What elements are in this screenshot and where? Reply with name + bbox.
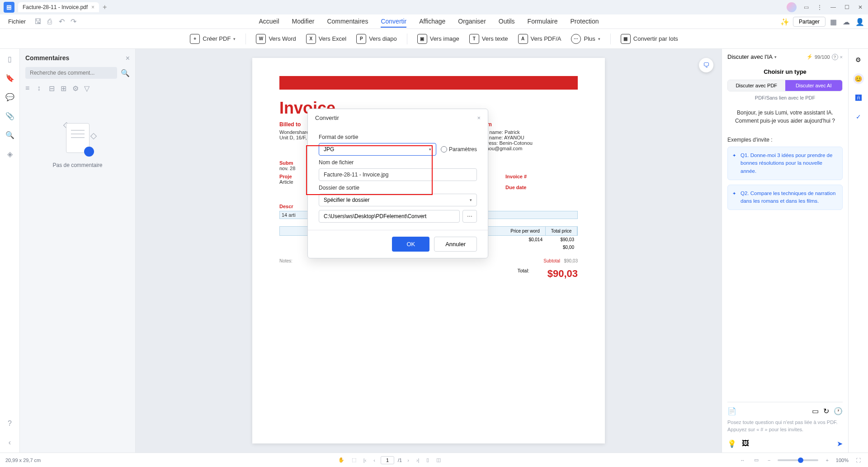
format-select[interactable]: JPG ▾ [319,143,436,156]
tab-commentaires[interactable]: Commentaires [327,16,368,28]
example-prompt-1[interactable]: Q1. Donne-moi 3 idées pour prendre de bo… [727,147,843,180]
last-page-icon[interactable]: ›| [415,457,421,464]
tab-formulaire[interactable]: Formulaire [528,16,558,28]
comment-search-input[interactable] [25,67,117,79]
folder-select[interactable]: Spécifier le dossier ▾ [319,194,477,206]
more-button[interactable]: ⋯ Plus ▾ [571,34,600,44]
redo-icon[interactable]: ↷ [69,18,77,26]
search-icon[interactable]: 🔍 [5,130,14,139]
tab-affichage[interactable]: Affichage [419,16,445,28]
close-dialog-icon[interactable]: × [477,114,481,121]
ai-float-button[interactable]: 🗨 [699,58,713,72]
undo-icon[interactable]: ↶ [57,18,66,26]
first-page-icon[interactable]: |‹ [362,457,368,464]
filter-icon[interactable]: ▽ [84,84,91,91]
zoom-in-icon[interactable]: + [824,457,830,464]
tab-accueil[interactable]: Accueil [259,16,279,28]
cancel-button[interactable]: Annuler [434,237,477,252]
cloud-icon[interactable]: ☁ [843,18,851,26]
magic-icon[interactable]: ✨ [780,18,788,26]
to-ppt-button[interactable]: P Vers diapo [356,34,396,44]
maximize-icon[interactable]: ☐ [843,3,851,11]
history-icon[interactable]: ↻ [823,407,829,415]
translate-icon[interactable]: 🅰 [853,92,864,103]
feedback-icon[interactable]: ▭ [802,3,810,11]
clock-icon[interactable]: 🕐 [834,407,843,415]
close-panel-icon[interactable]: × [126,54,130,62]
image-attach-icon[interactable]: 🖼 [742,439,749,448]
folder-path-input[interactable] [319,210,460,223]
sort-icon[interactable]: ↕ [37,84,44,91]
next-page-icon[interactable]: › [406,457,411,464]
filename-input[interactable] [319,168,477,181]
batch-convert-button[interactable]: ▦ Convertir par lots [621,34,678,44]
share-button[interactable]: Partager [793,17,826,27]
fit-width-icon[interactable]: ↔ [738,457,747,464]
collapse-left-icon[interactable]: ‹ [5,438,14,447]
to-excel-button[interactable]: X Vers Excel [306,34,346,44]
close-tab-icon[interactable]: × [91,4,94,10]
params-button[interactable]: Paramètres [441,146,477,152]
check-icon[interactable]: ✓ [853,111,864,122]
ok-button[interactable]: OK [392,237,429,252]
info-icon[interactable]: ? [832,54,838,60]
to-pdfa-button[interactable]: A Vers PDF/A [518,34,561,44]
dialog-title: Convertir [315,114,339,121]
tab-outils[interactable]: Outils [499,16,515,28]
continuous-icon[interactable]: ◫ [434,456,443,464]
ai-doc-icon[interactable]: 📄 [727,407,736,415]
page-number-input[interactable] [381,456,394,464]
sliders-icon[interactable]: ⚙ [853,54,864,65]
zoom-slider[interactable] [778,459,818,461]
user-icon[interactable]: 👤 [855,18,863,26]
close-window-icon[interactable]: ✕ [856,3,864,11]
comments-icon[interactable]: 💬 [5,92,14,101]
thumbnail-icon[interactable]: ▯ [5,54,14,63]
settings-icon[interactable]: ⚙ [72,84,80,91]
list-icon[interactable]: ≡ [25,84,33,91]
chat-ai-button[interactable]: Discuter avec AI [785,80,843,91]
tab-organiser[interactable]: Organiser [458,16,486,28]
tab-convertir[interactable]: Convertir [381,16,406,28]
send-icon[interactable]: ➤ [837,439,843,448]
to-image-button[interactable]: ▣ Vers image [417,34,459,44]
ai-avatar-icon[interactable] [787,2,797,12]
help-icon[interactable]: ? [5,419,14,428]
new-tab-button[interactable]: + [103,3,107,11]
document-tab[interactable]: Facture-28-11 - Invoice.pdf × [18,2,99,12]
create-pdf-button[interactable]: + Créer PDF ▾ [190,34,236,44]
template-icon[interactable]: ▭ [812,407,819,415]
ai-input-placeholder[interactable]: Posez toute question qui n'est pas liée … [727,419,843,433]
file-menu[interactable]: Fichier [5,16,29,27]
minimize-icon[interactable]: — [829,3,837,11]
ai-chat-icon[interactable]: 😊 [853,73,864,84]
browse-button[interactable]: ⋯ [462,210,477,223]
search-icon[interactable]: 🔍 [121,68,130,77]
tab-modifier[interactable]: Modifier [292,16,315,28]
bookmark-icon[interactable]: 🔖 [5,73,14,82]
chat-pdf-button[interactable]: Discuter avec PDF [728,80,785,91]
print-icon[interactable]: ⎙ [46,18,54,26]
collapse-all-icon[interactable]: ⊞ [61,84,68,91]
fullscreen-icon[interactable]: ⛶ [854,457,863,464]
to-word-button[interactable]: W Vers Word [256,34,296,44]
bulb-icon[interactable]: 💡 [727,439,736,448]
attachment-icon[interactable]: 📎 [5,111,14,120]
ai-mode-dropdown[interactable]: Discuter avec l'IA ▾ [727,53,777,60]
prev-page-icon[interactable]: ‹ [372,457,377,464]
hand-tool-icon[interactable]: ✋ [336,456,346,464]
fit-page-icon[interactable]: ▭ [752,456,760,464]
select-tool-icon[interactable]: ⬚ [350,456,358,464]
kebab-menu-icon[interactable]: ⋮ [816,3,824,11]
layers-icon[interactable]: ◈ [5,149,14,158]
single-page-icon[interactable]: ▯ [425,456,431,464]
save-icon[interactable]: 🖫 [34,18,42,26]
grid-icon[interactable]: ▦ [830,18,838,26]
zoom-out-icon[interactable]: − [766,457,772,464]
tab-protection[interactable]: Protection [571,16,599,28]
expand-icon[interactable]: ⊟ [49,84,56,91]
example-prompt-2[interactable]: Q2. Compare les techniques de narration … [727,185,843,210]
to-text-button[interactable]: T Vers texte [469,34,508,44]
convert-dialog: Convertir × Format de sortie JPG ▾ Param… [307,109,488,258]
close-ai-icon[interactable]: × [840,54,843,60]
